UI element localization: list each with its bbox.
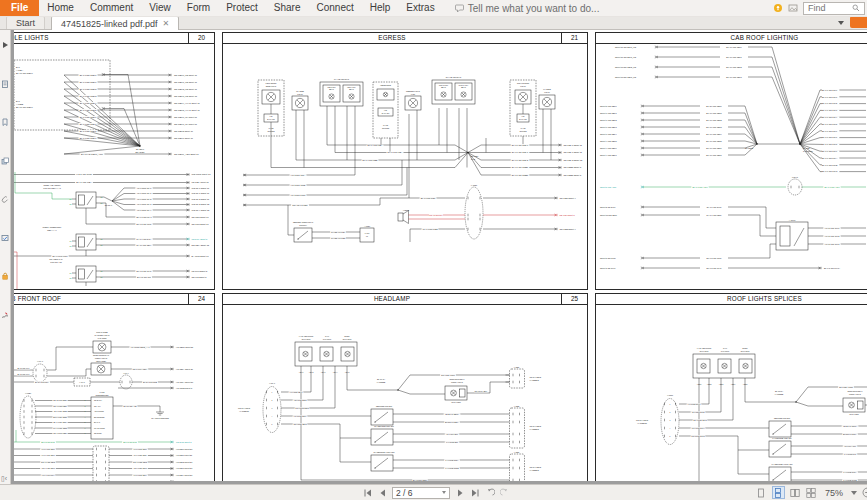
menu-item-view[interactable]: View bbox=[141, 0, 179, 16]
signature-icon[interactable] bbox=[1, 305, 9, 313]
svg-text:BK-0.8 GN-1041: BK-0.8 GN-1041 bbox=[707, 267, 723, 269]
security-icon[interactable] bbox=[1, 266, 9, 274]
svg-text:VT-0.8/CN-08A4: VT-0.8/CN-08A4 bbox=[137, 209, 153, 211]
svg-text:BK-1.0 CN-17BK0: BK-1.0 CN-17BK0 bbox=[16, 106, 33, 108]
svg-text:BK-1.0/GN-17BK5: BK-1.0/GN-17BK5 bbox=[80, 109, 98, 111]
svg-text:BALLAST: BALLAST bbox=[382, 112, 389, 114]
menu-item-connect[interactable]: Connect bbox=[309, 0, 362, 16]
page-dropdown-icon[interactable] bbox=[442, 491, 446, 494]
svg-text:BN-1.0/GN-TB23: BN-1.0/GN-TB23 bbox=[53, 416, 66, 418]
tab-label: 47451825-linked pdf.pdf bbox=[61, 18, 158, 30]
svg-text:BEAM: BEAM bbox=[461, 86, 466, 88]
svg-text:VT-0.8/CN-08A2: VT-0.8/CN-08A2 bbox=[137, 198, 153, 200]
zoom-caret-icon[interactable] bbox=[851, 491, 857, 495]
svg-text:GN-17BA1 Sheet 11: GN-17BA1 Sheet 11 bbox=[564, 151, 583, 153]
attachments-icon[interactable] bbox=[1, 189, 9, 197]
continuous-icon[interactable] bbox=[772, 486, 785, 499]
prev-page-icon[interactable] bbox=[377, 487, 388, 498]
svg-text:GN-17BK1_TO Sheet 11: GN-17BK1_TO Sheet 11 bbox=[174, 81, 198, 84]
menu-item-protect[interactable]: Protect bbox=[218, 0, 266, 16]
svg-text:Sheet 4 WO-TBP7: Sheet 4 WO-TBP7 bbox=[600, 154, 617, 156]
svg-text:SP-TBPS: SP-TBPS bbox=[745, 147, 754, 149]
svg-text:LIGHT: LIGHT bbox=[297, 93, 303, 95]
svg-text:BK-0.8 GN-7T70: BK-0.8 GN-7T70 bbox=[707, 257, 723, 259]
facing-icon[interactable] bbox=[790, 487, 801, 498]
expand-panel-icon[interactable] bbox=[1, 35, 9, 43]
menu-item-form[interactable]: Form bbox=[179, 0, 218, 16]
prev-view-icon[interactable] bbox=[484, 487, 495, 498]
menu-item-help[interactable]: Help bbox=[362, 0, 399, 16]
svg-text:YE/LB-0.8-GC0PA: YE/LB-0.8-GC0PA bbox=[843, 425, 859, 427]
svg-text:GN-STOP: GN-STOP bbox=[94, 432, 103, 434]
layers-icon[interactable] bbox=[1, 151, 9, 159]
snapshot-icon[interactable] bbox=[788, 3, 798, 13]
svg-text:GN-17BK7_CH Sheet 11: GN-17BK7_CH Sheet 11 bbox=[174, 123, 198, 126]
form-fields-icon[interactable] bbox=[1, 228, 9, 236]
menu-item-comment[interactable]: Comment bbox=[82, 0, 141, 16]
svg-text:VT-2.0 GN-17MG: VT-2.0 GN-17MG bbox=[76, 173, 92, 175]
svg-text:SP-17K5A: SP-17K5A bbox=[775, 390, 784, 392]
tab-label: Start bbox=[16, 17, 35, 29]
first-page-icon[interactable] bbox=[362, 487, 373, 498]
svg-text:VT-1.0 SWITCH: VT-1.0 SWITCH bbox=[42, 474, 56, 476]
svg-text:X-17E1: X-17E1 bbox=[471, 184, 477, 186]
page-number-input[interactable]: 2 / 6 bbox=[392, 487, 450, 499]
svg-text:WORK LIGHT: WORK LIGHT bbox=[849, 393, 862, 395]
last-page-icon[interactable] bbox=[469, 487, 480, 498]
find-box[interactable] bbox=[803, 2, 865, 15]
svg-text:BK-1.0 GN-TBK1: BK-1.0 GN-TBK1 bbox=[726, 56, 742, 58]
zoom-out-icon[interactable] bbox=[862, 484, 867, 500]
svg-text:BK-1.0/GN-17BK6: BK-1.0/GN-17BK6 bbox=[80, 116, 98, 118]
file-button[interactable]: File bbox=[0, 0, 39, 16]
document-tab-start[interactable]: Start bbox=[6, 16, 45, 29]
svg-text:YE-1.0/GN-TB22: YE-1.0/GN-TB22 bbox=[53, 410, 66, 412]
svg-text:BK-1.0 GN-17K6: BK-1.0 GN-17K6 bbox=[822, 130, 838, 132]
svg-text:BK-1.0 GN-17K8: BK-1.0 GN-17K8 bbox=[822, 143, 838, 145]
next-page-icon[interactable] bbox=[454, 487, 465, 498]
svg-text:DY-1.0 GN-7B00: DY-1.0 GN-7B00 bbox=[707, 214, 723, 216]
svg-text:YE-1.0/GN-TB15: YE-1.0/GN-TB15 bbox=[133, 480, 147, 481]
svg-text:2: 2 bbox=[272, 400, 273, 401]
svg-text:BK-1.0 GN-TBP7: BK-1.0 GN-TBP7 bbox=[706, 154, 722, 156]
svg-text:LEFT HIGH: LEFT HIGH bbox=[347, 87, 356, 88]
svg-text:85: 85 bbox=[70, 277, 72, 279]
page-thumbnails-icon[interactable] bbox=[1, 74, 9, 82]
continuous-facing-icon[interactable] bbox=[806, 487, 817, 498]
svg-text:SA-17B: SA-17B bbox=[803, 147, 810, 149]
svg-text:Sheet 7 WO-TBP1: Sheet 7 WO-TBP1 bbox=[600, 112, 617, 114]
svg-text:HC-0.8/GN-DB44: HC-0.8/GN-DB44 bbox=[293, 415, 306, 417]
search-icon[interactable] bbox=[852, 4, 860, 12]
svg-text:BK-2.0 GN-TBP0: BK-2.0 GN-TBP0 bbox=[706, 105, 722, 107]
svg-text:RH REMOTE LINK SW: RH REMOTE LINK SW bbox=[374, 425, 394, 427]
menu-item-extras[interactable]: Extras bbox=[398, 0, 442, 16]
svg-text:YE-1.0/GN-TB13: YE-1.0/GN-TB13 bbox=[133, 467, 147, 469]
svg-text:A-07BA: A-07BA bbox=[16, 69, 24, 71]
svg-text:BK-1.0 GN-17BA: BK-1.0 GN-17BA bbox=[76, 181, 92, 183]
svg-text:HS-TBPS Sheet 27: HS-TBPS Sheet 27 bbox=[176, 346, 194, 348]
toolbar-dropdown-icon[interactable] bbox=[838, 21, 844, 25]
collapse-panel-icon[interactable]: ▯‹ bbox=[1, 475, 7, 482]
svg-text:SP-17A5A: SP-17A5A bbox=[377, 378, 386, 380]
svg-text:RIGHT SIDE: RIGHT SIDE bbox=[96, 331, 108, 333]
svg-text:Sheet 4 WO-TBP5: Sheet 4 WO-TBP5 bbox=[600, 140, 617, 142]
next-view-icon[interactable] bbox=[499, 487, 510, 498]
svg-text:RH SIDE: RH SIDE bbox=[296, 90, 304, 92]
single-page-icon[interactable] bbox=[756, 487, 767, 498]
menu-item-share[interactable]: Share bbox=[266, 0, 309, 16]
svg-text:YE-1.0 GN-TB03: YE-1.0 GN-TB03 bbox=[41, 467, 55, 469]
bookmarks-icon[interactable] bbox=[1, 112, 9, 120]
notification-icon[interactable] bbox=[773, 3, 783, 13]
document-tab-active[interactable]: 47451825-linked pdf.pdf✕ bbox=[51, 16, 179, 30]
tell-me-search[interactable]: Tell me what you want to do... bbox=[455, 3, 600, 14]
find-input[interactable] bbox=[806, 2, 850, 14]
tab-close-icon[interactable]: ✕ bbox=[163, 20, 170, 28]
svg-text:RD-2.0/GN-TB20: RD-2.0/GN-TB20 bbox=[53, 399, 66, 401]
svg-text:SP-TBK0: SP-TBK0 bbox=[136, 148, 144, 150]
svg-text:REMOTE PTO SW: REMOTE PTO SW bbox=[774, 417, 790, 419]
svg-text:7 PIN: 7 PIN bbox=[99, 391, 105, 393]
document-viewport[interactable]: CONSOLE LIGHTS 20 BATA-07BABK-1.0 CN-17B… bbox=[11, 30, 867, 485]
svg-text:BK-1.0 GN-TBK3: BK-1.0 GN-TBK3 bbox=[726, 76, 742, 78]
svg-text:BK-1.0 GN-TBP1: BK-1.0 GN-TBP1 bbox=[706, 112, 722, 114]
menu-item-home[interactable]: Home bbox=[39, 0, 82, 16]
upgrade-badge[interactable] bbox=[850, 16, 867, 28]
